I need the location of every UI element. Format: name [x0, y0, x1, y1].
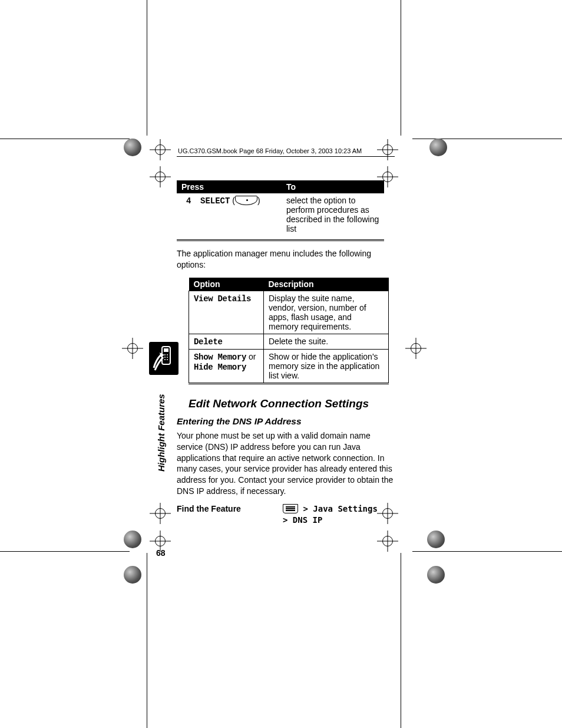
press-cell: SELECT () — [196, 193, 282, 241]
description-cell: Display the suite name, vendor, version,… — [264, 291, 389, 334]
table-row: Show Memory or Hide Memory Show or hide … — [189, 349, 389, 383]
svg-point-6 — [164, 359, 166, 360]
table-header-option: Option — [189, 278, 264, 291]
crop-line — [0, 551, 130, 552]
select-key-icon — [235, 196, 257, 205]
description-cell: Delete the suite. — [264, 334, 389, 349]
svg-point-5 — [167, 357, 168, 358]
option-cell: Show Memory or Hide Memory — [189, 349, 264, 383]
svg-rect-1 — [164, 348, 168, 352]
svg-point-3 — [167, 354, 168, 355]
registration-target-icon — [405, 338, 427, 359]
crop-line — [412, 551, 562, 552]
page-content: UG.C370.GSM.book Page 68 Friday, October… — [177, 147, 395, 525]
running-header: UG.C370.GSM.book Page 68 Friday, October… — [177, 147, 395, 157]
registration-ball-icon — [427, 566, 445, 584]
crop-line — [401, 0, 401, 136]
select-label: SELECT — [200, 196, 230, 206]
page-number: 68 — [156, 548, 166, 558]
table-row: Delete Delete the suite. — [189, 334, 389, 349]
options-table: Option Description View Details Display … — [189, 278, 389, 384]
find-feature-path: > Java Settings > DNS IP — [283, 504, 378, 525]
registration-ball-icon — [124, 566, 141, 584]
table-header-description: Description — [264, 278, 389, 291]
subsection-heading: Entering the DNS IP Address — [177, 416, 395, 427]
registration-target-icon — [377, 531, 398, 552]
registration-ball-icon — [124, 139, 141, 156]
press-to-table: Press To 4 SELECT () select the option t… — [177, 180, 384, 241]
phone-decor-icon — [149, 342, 178, 375]
sidebar-section-label: Highlight Features — [156, 394, 166, 472]
find-feature-row: Find the Feature > Java Settings > DNS I… — [177, 504, 395, 525]
section-heading: Edit Network Connection Settings — [189, 397, 395, 410]
find-feature-label: Find the Feature — [177, 504, 283, 525]
svg-point-4 — [164, 357, 166, 358]
to-cell: select the option to perform procedures … — [282, 193, 384, 241]
table-row: View Details Display the suite name, ven… — [189, 291, 389, 334]
dns-paragraph: Your phone must be set up with a valid d… — [177, 430, 395, 497]
registration-target-icon — [150, 139, 171, 160]
registration-ball-icon — [429, 139, 447, 156]
svg-point-2 — [164, 354, 166, 355]
description-cell: Show or hide the application's memory si… — [264, 349, 389, 383]
svg-point-7 — [167, 359, 168, 360]
option-cell: View Details — [189, 291, 264, 334]
registration-ball-icon — [124, 531, 141, 548]
intro-paragraph: The application manager menu includes th… — [177, 248, 395, 271]
crop-line — [147, 0, 147, 136]
step-number: 4 — [177, 193, 196, 241]
crop-line — [401, 553, 401, 728]
registration-target-icon — [150, 166, 171, 187]
table-header-to: To — [282, 180, 384, 193]
menu-key-icon — [283, 504, 298, 513]
registration-ball-icon — [427, 531, 445, 548]
crop-line — [147, 553, 147, 728]
crop-line — [0, 139, 130, 139]
registration-target-icon — [150, 503, 171, 524]
table-header-press: Press — [177, 180, 282, 193]
registration-target-icon — [122, 338, 143, 359]
option-cell: Delete — [189, 334, 264, 349]
